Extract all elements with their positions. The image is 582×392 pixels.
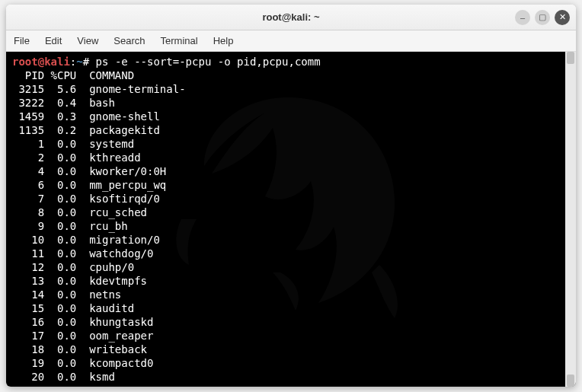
minimize-button[interactable]: –: [515, 10, 530, 25]
close-button[interactable]: ✕: [555, 10, 570, 25]
vertical-scrollbar[interactable]: [565, 52, 576, 387]
menu-edit[interactable]: Edit: [43, 32, 63, 49]
scroll-stepper-down[interactable]: [567, 374, 574, 387]
scroll-stepper-up[interactable]: [567, 52, 574, 64]
window-title: root@kali: ~: [262, 11, 319, 23]
menu-help[interactable]: Help: [212, 32, 235, 49]
terminal-content[interactable]: root@kali:~# ps -e --sort=-pcpu -o pid,p…: [6, 52, 576, 387]
menu-search[interactable]: Search: [112, 32, 146, 49]
terminal-viewport[interactable]: root@kali:~# ps -e --sort=-pcpu -o pid,p…: [6, 52, 576, 387]
menu-view[interactable]: View: [75, 32, 100, 49]
menu-file[interactable]: File: [12, 32, 31, 49]
titlebar: root@kali: ~ – ▢ ✕: [6, 5, 576, 30]
window-controls: – ▢ ✕: [515, 10, 570, 25]
menu-terminal[interactable]: Terminal: [159, 32, 200, 49]
prompt-command: ps -e --sort=-pcpu -o pid,pcpu,comm: [96, 56, 321, 68]
process-rows: 3215 5.6 gnome-terminal- 3222 0.4 bash 1…: [12, 83, 186, 383]
prompt-hash: #: [83, 56, 96, 68]
prompt-user-host: root@kali: [12, 56, 70, 68]
ps-header-row: PID %CPU COMMAND: [12, 69, 134, 81]
prompt-path: ~: [76, 56, 82, 68]
menubar: File Edit View Search Terminal Help: [6, 30, 576, 52]
terminal-window: root@kali: ~ – ▢ ✕ File Edit View Search…: [6, 5, 576, 387]
maximize-button[interactable]: ▢: [535, 10, 550, 25]
